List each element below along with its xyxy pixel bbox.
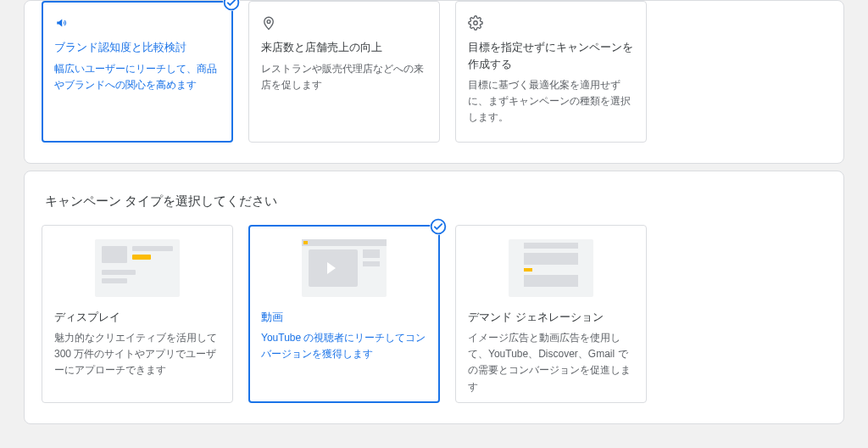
goal-card-store[interactable]: 来店数と店舗売上の向上 レストランや販売代理店などへの来店を促します — [248, 1, 440, 143]
goal-card-no-goal[interactable]: 目標を指定せずにキャンペーンを作成する 目標に基づく最適化案を適用せずに、まずキ… — [455, 1, 647, 143]
video-thumbnail-icon — [302, 239, 387, 297]
gear-icon — [468, 15, 634, 31]
type-title: 動画 — [261, 309, 427, 326]
goal-desc: レストランや販売代理店などへの来店を促します — [261, 61, 427, 93]
svg-point-0 — [225, 0, 239, 9]
selected-check-icon — [223, 0, 240, 11]
goal-title: 来店数と店舗売上の向上 — [261, 39, 427, 56]
type-card-video[interactable]: 動画 YouTube の視聴者にリーチしてコンバージョンを獲得します — [248, 225, 440, 403]
goals-panel: ブランド認知度と比較検討 幅広いユーザーにリーチして、商品やブランドへの関心を高… — [24, 0, 844, 164]
svg-point-2 — [474, 21, 478, 25]
goal-desc: 目標に基づく最適化案を適用せずに、まずキャンペーンの種類を選択します。 — [468, 77, 634, 126]
campaign-type-heading: キャンペーン タイプを選択してください — [45, 193, 826, 210]
type-card-demand[interactable]: デマンド ジェネレーション イメージ広告と動画広告を使用して、YouTube、D… — [455, 225, 647, 403]
campaign-type-panel: キャンペーン タイプを選択してください ディスプレイ 魅力的なクリエイティブを活… — [24, 171, 844, 424]
svg-point-1 — [267, 20, 270, 24]
selected-check-icon — [430, 218, 447, 235]
goal-card-brand[interactable]: ブランド認知度と比較検討 幅広いユーザーにリーチして、商品やブランドへの関心を高… — [42, 1, 233, 143]
location-pin-icon — [261, 15, 427, 31]
megaphone-icon — [54, 15, 220, 31]
goal-title: 目標を指定せずにキャンペーンを作成する — [468, 39, 634, 72]
goal-title: ブランド認知度と比較検討 — [54, 39, 220, 56]
type-desc: 魅力的なクリエイティブを活用して 300 万件のサイトやアプリでユーザーにアプロ… — [54, 330, 220, 379]
type-desc: YouTube の視聴者にリーチしてコンバージョンを獲得します — [261, 330, 427, 362]
type-title: ディスプレイ — [54, 309, 220, 326]
type-desc: イメージ広告と動画広告を使用して、YouTube、Discover、Gmail … — [468, 330, 634, 395]
type-card-display[interactable]: ディスプレイ 魅力的なクリエイティブを活用して 300 万件のサイトやアプリでユ… — [42, 225, 233, 403]
demand-thumbnail-icon — [509, 239, 593, 297]
type-title: デマンド ジェネレーション — [468, 309, 634, 326]
display-thumbnail-icon — [95, 239, 180, 297]
goal-desc: 幅広いユーザーにリーチして、商品やブランドへの関心を高めます — [54, 61, 220, 93]
